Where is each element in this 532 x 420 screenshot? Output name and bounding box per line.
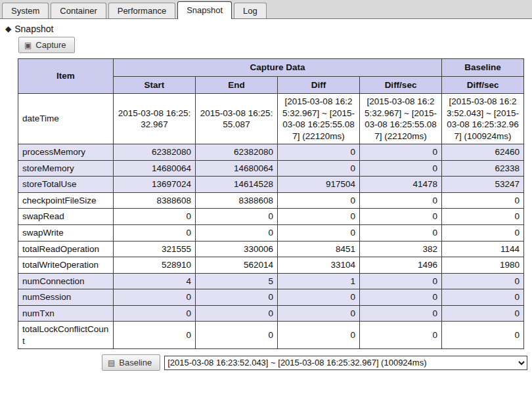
cell-value: 0: [360, 225, 442, 242]
table-header-row-1: Item Capture Data Baseline: [18, 59, 524, 77]
cell-value: 0: [360, 160, 442, 177]
cell-value: 0: [442, 305, 524, 322]
table-row: swapWrite00000: [18, 225, 524, 242]
cell-value: 0: [360, 144, 442, 161]
cell-value: 13697024: [114, 177, 196, 193]
col-header-baseline-diff-sec: Diff/sec: [442, 76, 524, 94]
table-row: storeTotalUse136970241461452891750441478…: [18, 177, 524, 193]
cell-value: 0: [114, 322, 196, 349]
cell-value: 562014: [196, 257, 278, 274]
row-item-label: storeTotalUse: [18, 177, 114, 193]
cell-value: 1980: [442, 257, 524, 274]
row-item-label: storeMemory: [18, 160, 114, 177]
cell-value: 0: [196, 305, 278, 322]
cell-value: 0: [278, 192, 360, 209]
cell-value: 33104: [278, 257, 360, 274]
tab-system[interactable]: System: [2, 3, 49, 18]
cell-value: 1: [278, 273, 360, 289]
row-item-label: swapRead: [18, 209, 114, 225]
cell-value: 0: [442, 273, 524, 289]
cell-value: 0: [278, 322, 360, 349]
cell-value: 0: [442, 289, 524, 306]
row-item-label: totalReadOperation: [18, 241, 114, 257]
cell-value: 14680064: [114, 160, 196, 177]
table-row: swapRead00000: [18, 209, 524, 225]
cell-value: 0: [360, 305, 442, 322]
cell-value: 0: [114, 209, 196, 225]
tab-log[interactable]: Log: [234, 3, 267, 18]
baseline-icon: ▤: [108, 359, 115, 367]
table-row: checkpointFileSize83886088388608000: [18, 192, 524, 209]
cell-value: 0: [114, 305, 196, 322]
table-row: totalLockConflictCount00000: [18, 322, 524, 349]
cell-value: [2015-03-08 16:25:32.967] ~ [2015-03-08 …: [360, 94, 442, 144]
tab-snapshot[interactable]: Snapshot: [177, 1, 232, 19]
cell-value: 62382080: [114, 144, 196, 161]
cell-value: 2015-03-08 16:25:32.967: [114, 94, 196, 144]
cell-value: [2015-03-08 16:23:52.043] ~ [2015-03-08 …: [442, 94, 524, 144]
tab-bar: SystemContainerPerformanceSnapshotLog: [0, 0, 532, 19]
col-header-baseline: Baseline: [442, 59, 524, 77]
row-item-label: dateTime: [18, 94, 114, 144]
cell-value: 53247: [442, 177, 524, 193]
row-item-label: processMemory: [18, 144, 114, 161]
cell-value: 0: [196, 225, 278, 242]
cell-value: 2015-03-08 16:25:55.087: [196, 94, 278, 144]
table-row: storeMemory14680064146800640062338: [18, 160, 524, 177]
col-header-capture-data: Capture Data: [114, 59, 442, 77]
table-row: numSession00000: [18, 289, 524, 306]
cell-value: 0: [114, 289, 196, 306]
cell-value: 8451: [278, 241, 360, 257]
baseline-button[interactable]: ▤ Baseline: [102, 354, 160, 371]
table-row: numTxn00000: [18, 305, 524, 322]
cell-value: 0: [442, 192, 524, 209]
cell-value: 5: [196, 273, 278, 289]
cell-value: 0: [278, 289, 360, 306]
cell-value: 14614528: [196, 177, 278, 193]
cell-value: 62382080: [196, 144, 278, 161]
capture-button[interactable]: ▣ Capture: [18, 37, 75, 53]
baseline-select[interactable]: [2015-03-08 16:23:52.043] ~ [2015-03-08 …: [164, 356, 527, 370]
cell-value: 41478: [360, 177, 442, 193]
cell-value: 0: [278, 144, 360, 161]
cell-value: 8388608: [114, 192, 196, 209]
cell-value: 0: [278, 305, 360, 322]
row-item-label: checkpointFileSize: [18, 192, 114, 209]
diamond-bullet-icon: ◆: [5, 24, 11, 33]
col-header-start: Start: [114, 76, 196, 94]
cell-value: 330006: [196, 241, 278, 257]
col-header-end: End: [196, 76, 278, 94]
cell-value: 0: [442, 225, 524, 242]
cell-value: 528910: [114, 257, 196, 274]
cell-value: 0: [196, 289, 278, 306]
capture-icon: ▣: [24, 41, 32, 49]
col-header-diff-sec: Diff/sec: [360, 76, 442, 94]
cell-value: 0: [360, 192, 442, 209]
table-row: numConnection45100: [18, 273, 524, 289]
capture-button-row: ▣ Capture: [18, 37, 532, 53]
section-heading: ◆ Snapshot: [5, 24, 532, 34]
table-row: totalWriteOperation528910562014331041496…: [18, 257, 524, 274]
col-header-diff: Diff: [278, 76, 360, 94]
cell-value: 4: [114, 273, 196, 289]
cell-value: 1144: [442, 241, 524, 257]
row-item-label: totalWriteOperation: [18, 257, 114, 274]
snapshot-table: Item Capture Data Baseline Start End Dif…: [18, 58, 524, 349]
tab-performance[interactable]: Performance: [108, 3, 175, 18]
cell-value: 62338: [442, 160, 524, 177]
cell-value: 8388608: [196, 192, 278, 209]
cell-value: 0: [360, 209, 442, 225]
section-title: Snapshot: [14, 24, 53, 34]
cell-value: 0: [360, 322, 442, 349]
tab-container[interactable]: Container: [51, 3, 106, 18]
cell-value: 917504: [278, 177, 360, 193]
capture-button-label: Capture: [35, 40, 66, 50]
snapshot-page: ◆ Snapshot ▣ Capture Item Capture Data B…: [0, 24, 532, 371]
cell-value: 0: [442, 322, 524, 349]
cell-value: 0: [278, 209, 360, 225]
cell-value: 0: [278, 160, 360, 177]
cell-value: [2015-03-08 16:25:32.967] ~ [2015-03-08 …: [278, 94, 360, 144]
cell-value: 0: [360, 289, 442, 306]
table-row: processMemory62382080623820800062460: [18, 144, 524, 161]
table-row: dateTime2015-03-08 16:25:32.9672015-03-0…: [18, 94, 524, 144]
